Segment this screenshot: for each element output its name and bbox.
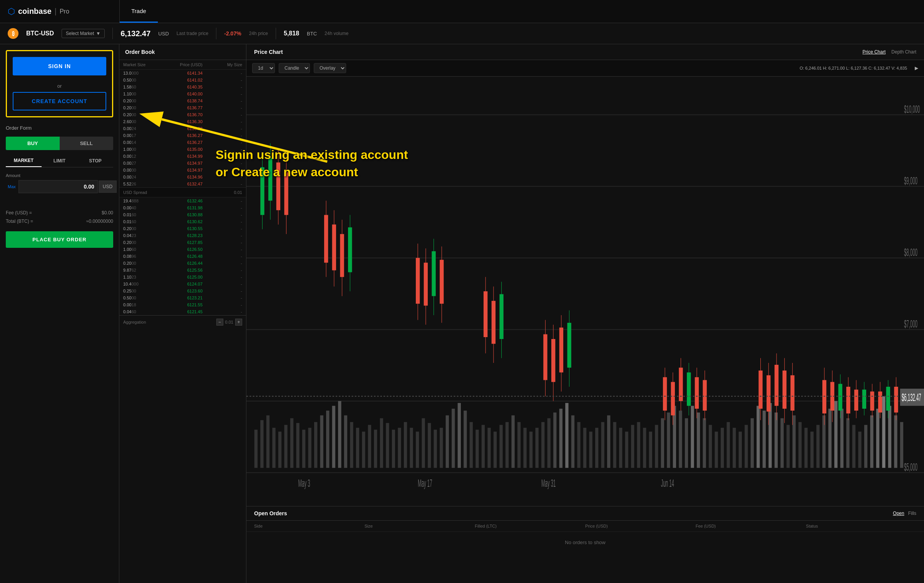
tab-fills[interactable]: Fills: [908, 511, 916, 516]
svg-rect-109: [810, 432, 814, 468]
bid-my-size: -: [203, 302, 242, 307]
ask-price: 6132.47: [163, 182, 203, 186]
ticker-separator-2: [216, 28, 216, 39]
svg-rect-27: [320, 415, 323, 468]
svg-rect-57: [499, 425, 502, 468]
chart-type-select[interactable]: CandleLine: [279, 63, 310, 73]
svg-rect-204: [894, 387, 898, 413]
svg-rect-48: [446, 415, 449, 468]
buy-tab[interactable]: BUY: [6, 137, 60, 150]
col-price-usd: Price (USD): [585, 524, 696, 528]
svg-rect-107: [798, 422, 802, 468]
chart-expand-icon[interactable]: ▶: [915, 65, 918, 71]
ask-size: 13.0000: [123, 71, 163, 75]
svg-rect-45: [428, 423, 431, 468]
aggregation-increase-button[interactable]: +: [235, 319, 242, 326]
market-tab[interactable]: MARKET: [6, 155, 42, 167]
amount-currency: USD: [99, 180, 117, 193]
svg-rect-144: [424, 263, 428, 306]
ask-my-size: -: [203, 92, 242, 96]
timeframe-select[interactable]: 1d1h6h1m: [252, 63, 275, 73]
aggregation-decrease-button[interactable]: −: [216, 319, 223, 326]
svg-rect-164: [663, 377, 667, 411]
svg-rect-174: [703, 380, 706, 411]
bid-row: 0.2000 6127.85 -: [119, 239, 246, 246]
svg-rect-87: [679, 411, 682, 468]
svg-rect-166: [671, 382, 675, 416]
svg-rect-47: [440, 428, 443, 468]
aggregation-label: Aggregation: [123, 320, 146, 324]
svg-rect-63: [536, 428, 539, 468]
svg-rect-97: [739, 432, 742, 468]
svg-rect-51: [464, 411, 467, 468]
overlay-select[interactable]: Overlay: [314, 63, 346, 73]
ask-price: 6140.35: [163, 85, 203, 89]
ask-my-size: -: [203, 112, 242, 117]
signin-button[interactable]: SIGN IN: [13, 57, 106, 75]
svg-rect-74: [601, 422, 604, 468]
open-orders-columns: Side Size Filled (LTC) Price (USD) Fee (…: [246, 521, 924, 532]
ticker-separator-1: [112, 28, 113, 39]
svg-rect-126: [260, 167, 264, 215]
ticker-bar: ₿ BTC-USD Select Market ▼ 6,132.47 USD L…: [0, 23, 924, 44]
max-link[interactable]: Max: [6, 184, 18, 189]
amount-input[interactable]: [18, 180, 98, 193]
svg-text:$6,132.47: $6,132.47: [902, 391, 921, 403]
bid-price: 6131.98: [163, 205, 203, 210]
ask-my-size: -: [203, 85, 242, 89]
spread-value: 0.01: [234, 190, 242, 195]
tab-open[interactable]: Open: [893, 511, 904, 516]
limit-tab[interactable]: LIMIT: [42, 155, 77, 167]
bid-my-size: -: [203, 282, 242, 286]
svg-rect-70: [577, 422, 580, 468]
svg-rect-67: [559, 409, 562, 468]
ask-my-size: -: [203, 161, 242, 165]
tab-price-chart[interactable]: Price Chart: [862, 49, 886, 55]
pair-name: BTC-USD: [26, 30, 54, 37]
ask-size: 5.5226: [123, 182, 163, 186]
create-account-button[interactable]: CREATE ACCOUNT: [13, 92, 106, 110]
fee-value: $0.00: [102, 210, 113, 215]
svg-rect-119: [870, 415, 873, 468]
bid-my-size: -: [203, 309, 242, 314]
ask-row: 1.1000 6140.00 -: [119, 90, 246, 97]
bid-size: 0.0896: [123, 254, 163, 259]
total-label: Total (BTC) =: [6, 219, 33, 224]
ask-price: 6136.27: [163, 133, 203, 138]
svg-rect-124: [900, 422, 903, 468]
ticker-volume-label: 24h volume: [325, 31, 348, 36]
svg-rect-117: [858, 432, 861, 468]
col-my-size: My Size: [203, 62, 242, 67]
ask-price: 6134.99: [163, 154, 203, 159]
bid-size: 0.0423: [123, 233, 163, 238]
ask-size: 0.2000: [123, 112, 163, 117]
svg-rect-96: [733, 428, 736, 468]
svg-text:$8,000: $8,000: [904, 246, 917, 258]
svg-rect-115: [846, 418, 849, 468]
stop-tab[interactable]: STOP: [77, 155, 113, 167]
svg-rect-30: [338, 401, 341, 468]
svg-rect-200: [878, 391, 882, 413]
sell-tab[interactable]: SELL: [60, 137, 114, 150]
svg-rect-19: [272, 428, 275, 468]
ask-price: 6136.70: [163, 112, 203, 117]
ask-my-size: -: [203, 78, 242, 82]
ask-row: 0.0017 6136.27 -: [119, 132, 246, 139]
ticker-price-label: Last trade price: [177, 31, 209, 36]
svg-rect-116: [852, 425, 855, 468]
nav-tab-trade[interactable]: Trade: [120, 0, 158, 23]
svg-rect-42: [410, 428, 413, 468]
tab-depth-chart[interactable]: Depth Chart: [891, 49, 916, 55]
ask-size: 0.0030: [123, 168, 163, 172]
ask-my-size: -: [203, 147, 242, 152]
select-market-button[interactable]: Select Market ▼: [62, 29, 105, 38]
bid-price: 6132.46: [163, 199, 203, 203]
svg-rect-95: [727, 422, 730, 468]
order-form: Order Form BUY SELL MARKET LIMIT STOP Am…: [6, 125, 113, 248]
svg-rect-190: [838, 384, 842, 411]
bid-my-size: -: [203, 268, 242, 272]
svg-rect-94: [721, 428, 724, 468]
bid-size: 1.0060: [123, 247, 163, 252]
svg-rect-68: [565, 403, 568, 468]
place-buy-order-button[interactable]: PLACE BUY ORDER: [6, 231, 113, 248]
